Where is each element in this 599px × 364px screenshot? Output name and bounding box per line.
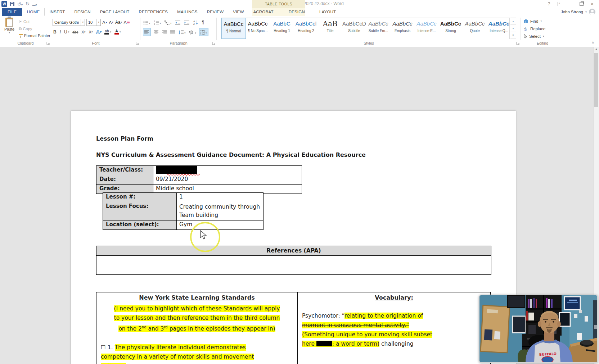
style-title[interactable]: AaBTitle [318, 18, 342, 39]
checkbox-icon[interactable]: ☐ 1. [101, 344, 115, 351]
tab-mailings[interactable]: MAILINGS [172, 8, 202, 16]
highlight-color-bar [104, 33, 109, 35]
close-button[interactable]: × [587, 0, 598, 8]
numbering-button[interactable]: 12▾ [154, 19, 161, 26]
font-name-combo[interactable]: Century Gothi▾ [53, 19, 85, 26]
style-normal[interactable]: AaBbCc¶ Normal [221, 18, 246, 39]
style-no-spacing[interactable]: AaBbCc¶ No Spac... [246, 18, 270, 39]
grow-font-button[interactable]: A▲ [102, 20, 108, 25]
font-color-button[interactable]: A [114, 29, 119, 35]
style-subtitle[interactable]: AaBbCcDSubtitle [342, 18, 366, 39]
style-heading1[interactable]: AaBbCHeading 1 [270, 18, 294, 39]
collapse-ribbon-button[interactable]: ˄ [592, 41, 594, 45]
font-dialog-launcher[interactable] [136, 41, 139, 45]
align-right-button[interactable] [162, 29, 167, 35]
multilevel-list-button[interactable]: ▾ [165, 19, 172, 26]
avatar[interactable] [589, 9, 595, 15]
mouse-cursor [200, 230, 207, 240]
styles-more-button[interactable]: ⇟ [510, 32, 516, 39]
shrink-font-button[interactable]: A▼ [109, 20, 114, 24]
text-highlight-button[interactable]: ab [104, 30, 109, 35]
info-value: 09/21/2020 [153, 175, 302, 184]
format-painter-icon [19, 33, 23, 38]
tab-table-layout[interactable]: LAYOUT [315, 8, 341, 16]
svg-text:2: 2 [154, 23, 155, 25]
document-page[interactable]: Lesson Plan Form NYS Curriculum & Assess… [71, 111, 516, 364]
user-account[interactable]: John Strong ▾ [561, 8, 595, 16]
lesson-table[interactable]: Lesson #: 1 Lesson Focus: Creating commu… [103, 192, 264, 230]
decrease-indent-button[interactable] [175, 19, 181, 26]
minimize-button[interactable]: — [565, 0, 576, 8]
style-heading2[interactable]: AaBbCclHeading 2 [294, 18, 318, 39]
copy-button[interactable]: ⧉Copy [19, 26, 32, 31]
tab-acrobat[interactable]: ACROBAT [248, 8, 278, 16]
style-quote[interactable]: AaBbCcQuote [463, 18, 487, 39]
format-painter-button[interactable]: Format Painter [19, 33, 50, 38]
styles-scroll-down[interactable]: ▼ [510, 25, 516, 32]
standards-cell[interactable]: New York State Learning Standards (I nee… [96, 292, 298, 364]
lesson-label: Lesson #: [103, 193, 177, 202]
font-group: Century Gothi▾ 10▾ A▲ A▼ Aa▾ A B I U▾ ab… [51, 16, 140, 46]
align-center-button[interactable] [154, 29, 159, 35]
style-emphasis[interactable]: AaBbCcEmphasis [391, 18, 415, 39]
cut-button[interactable]: ✂Cut [19, 19, 30, 24]
paste-button[interactable]: Paste ▾ [2, 18, 17, 39]
tab-file[interactable]: FILE [2, 8, 22, 16]
font-size-combo[interactable]: 10▾ [86, 19, 101, 26]
subscript-button[interactable]: X2 [81, 30, 85, 34]
ribbon-tab-row: FILE HOME INSERT DESIGN PAGE LAYOUT REFE… [0, 8, 599, 16]
multilevel-list-icon [165, 21, 170, 25]
change-case-button[interactable]: Aa▾ [115, 20, 122, 25]
select-button[interactable]: Select▾ [524, 34, 544, 38]
styles-scroll-up[interactable]: ▲ [510, 18, 516, 25]
clipboard-dialog-launcher[interactable] [46, 41, 50, 45]
tab-references[interactable]: REFERENCES [134, 8, 173, 16]
references-table[interactable]: References (APA) [96, 246, 491, 275]
bold-button[interactable]: B [53, 29, 57, 35]
borders-button[interactable]: ▾ [199, 28, 208, 36]
standards-vocabulary-table[interactable]: New York State Learning Standards (I nee… [96, 292, 491, 364]
svg-text:ac: ac [524, 29, 527, 31]
styles-dialog-launcher[interactable] [516, 41, 520, 45]
underline-button[interactable]: U [64, 29, 67, 35]
standards-heading: New York State Learning Standards [101, 293, 293, 302]
style-strong[interactable]: AaBbCcStrong [439, 18, 463, 39]
scrollbar-thumb[interactable] [594, 53, 598, 107]
vocabulary-cell[interactable]: Vocabulary: Psychomotor: “relating to th… [298, 292, 490, 364]
restore-button[interactable] [576, 0, 587, 8]
sort-button[interactable]: AZ [193, 19, 198, 26]
line-spacing-button[interactable]: ▾ [179, 29, 186, 35]
increase-indent-button[interactable] [184, 19, 190, 26]
style-intense-emphasis[interactable]: AaBbCcIntense E... [415, 18, 439, 39]
find-button[interactable]: Find▾ [524, 19, 542, 23]
paragraph-dialog-launcher[interactable] [212, 41, 216, 45]
shading-button[interactable]: ▾ [189, 29, 197, 35]
tab-design[interactable]: DESIGN [70, 8, 95, 16]
tab-review[interactable]: REVIEW [202, 8, 229, 16]
scroll-up-icon[interactable]: ▲ [594, 47, 599, 51]
bullets-button[interactable]: ▾ [143, 19, 150, 26]
italic-button[interactable]: I [60, 29, 61, 35]
tab-insert[interactable]: INSERT [45, 8, 69, 16]
ribbon-display-options-button[interactable] [554, 0, 565, 8]
text-effects-button[interactable]: A▾ [96, 29, 102, 35]
help-button[interactable]: ? [544, 0, 554, 8]
strikethrough-button[interactable]: abc [72, 30, 78, 34]
replace-button[interactable]: abac Replace [524, 27, 545, 31]
references-empty-cell[interactable] [96, 256, 491, 274]
style-intense-quote[interactable]: AaBbCcIntense Q... [487, 18, 510, 39]
doc-heading-nys: NYS Curriculum & Assessment Guidance Doc… [96, 151, 366, 158]
tab-page-layout[interactable]: PAGE LAYOUT [95, 8, 134, 16]
copy-icon: ⧉ [19, 26, 22, 31]
psychomotor-definition: Psychomotor: “relating to the originatio… [302, 311, 486, 349]
clear-formatting-button[interactable]: A [123, 20, 130, 25]
show-hide-paragraph-button[interactable]: ¶ [202, 20, 204, 25]
superscript-button[interactable]: X2 [89, 30, 93, 34]
tab-table-design[interactable]: DESIGN [284, 8, 310, 16]
info-table[interactable]: Teacher/Class: Date: 09/21/2020 Grade: M… [96, 165, 302, 194]
style-subtle-emphasis[interactable]: AaBbCcSubtle Em... [366, 18, 391, 39]
tab-view[interactable]: VIEW [228, 8, 248, 16]
tab-home[interactable]: HOME [22, 8, 45, 16]
justify-button[interactable] [170, 29, 175, 35]
align-left-button[interactable] [143, 28, 151, 36]
